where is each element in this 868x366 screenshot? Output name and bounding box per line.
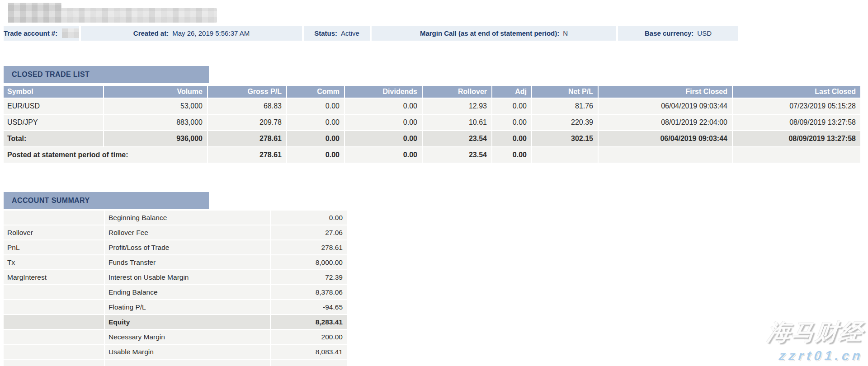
summary-code: PnL (4, 240, 104, 254)
posted-label: Posted at statement period of time: (4, 147, 207, 163)
total-rollover: 23.54 (423, 131, 491, 146)
cell-gross-pl: 68.83 (208, 99, 286, 114)
account-summary-table: Beginning Balance 0.00 Rollover Rollover… (3, 210, 348, 366)
summary-code: Rollover (4, 225, 104, 239)
info-field-created-at: Created at: May 26, 2019 5:56:37 AM (81, 26, 302, 41)
table-row: EUR/USD 53,000 68.83 0.00 0.00 12.93 0.0… (4, 99, 860, 114)
cell-dividends: 0.00 (345, 99, 422, 114)
total-dividends: 0.00 (345, 131, 422, 146)
summary-code (4, 300, 104, 314)
account-info-bar: Trade account #: Created at: May 26, 201… (4, 26, 738, 41)
status-label: Status: (314, 26, 337, 41)
col-header-gross-pl: Gross P/L (208, 86, 286, 98)
clipped-row (4, 360, 347, 366)
watermark: 海马财经 zzrt01.cn (768, 317, 863, 363)
watermark-chinese-text: 海马财经 (766, 317, 865, 347)
total-label: Total: (4, 131, 103, 146)
cell-first-closed: 06/04/2019 09:03:44 (599, 99, 732, 114)
posted-gross-pl: 278.61 (208, 147, 286, 163)
list-item: MargInterest Interest on Usable Margin 7… (4, 270, 347, 284)
summary-label: Funds Transfer (105, 255, 270, 269)
status-value: Active (341, 26, 359, 41)
summary-label: Equity (105, 315, 270, 329)
summary-code (4, 345, 104, 359)
col-header-symbol: Symbol (4, 86, 103, 98)
cell-last-closed: 08/09/2019 13:27:58 (733, 115, 860, 130)
summary-code: MargInterest (4, 270, 104, 284)
base-currency-label: Base currency: (645, 26, 693, 41)
cell-net-pl: 220.39 (532, 115, 598, 130)
total-gross-pl: 278.61 (208, 131, 286, 146)
summary-code: Tx (4, 255, 104, 269)
cell-comm: 0.00 (287, 99, 344, 114)
list-item: PnL Profit/Loss of Trade 278.61 (4, 240, 347, 254)
summary-value: 8,083.41 (271, 345, 347, 359)
summary-label: Beginning Balance (105, 211, 270, 225)
summary-label: Rollover Fee (105, 225, 270, 239)
table-row: USD/JPY 883,000 209.78 0.00 0.00 10.61 0… (4, 115, 860, 130)
cell-first-closed: 08/01/2019 22:04:00 (599, 115, 732, 130)
summary-value: 8,283.41 (271, 315, 347, 329)
summary-value: 8,378.06 (271, 285, 347, 299)
posted-dividends: 0.00 (345, 147, 422, 163)
margin-call-value: N (563, 26, 568, 41)
total-last-closed: 08/09/2019 13:27:58 (733, 131, 860, 146)
total-first-closed: 06/04/2019 09:03:44 (599, 131, 732, 146)
summary-code (4, 315, 104, 329)
cell-gross-pl: 209.78 (208, 115, 286, 130)
info-field-trade-account: Trade account #: (4, 26, 79, 41)
created-at-value: May 26, 2019 5:56:37 AM (172, 26, 250, 41)
summary-label: Usable Margin (105, 345, 270, 359)
trade-account-label: Trade account #: (4, 26, 57, 41)
posted-comm: 0.00 (287, 147, 344, 163)
summary-label: Ending Balance (105, 285, 270, 299)
cell-dividends: 0.00 (345, 115, 422, 130)
info-field-status: Status: Active (304, 26, 370, 41)
summary-value: 8,000.00 (271, 255, 347, 269)
summary-label: Profit/Loss of Trade (105, 240, 270, 254)
posted-net-pl (532, 147, 598, 163)
closed-trade-list-section: CLOSED TRADE LIST Symbol Volume Gross P/… (4, 66, 861, 164)
cell-volume: 53,000 (104, 99, 207, 114)
closed-trade-list-title: CLOSED TRADE LIST (4, 66, 209, 83)
summary-value: 72.39 (271, 270, 347, 284)
redacted-account-number (62, 28, 79, 38)
cell-symbol: EUR/USD (4, 99, 103, 114)
total-volume: 936,000 (104, 131, 207, 146)
equity-row: Equity 8,283.41 (4, 315, 347, 329)
statement-page: Trade account #: Created at: May 26, 201… (0, 0, 868, 366)
col-header-net-pl: Net P/L (532, 86, 598, 98)
summary-code (4, 211, 104, 225)
col-header-comm: Comm (287, 86, 344, 98)
total-row: Total: 936,000 278.61 0.00 0.00 23.54 0.… (4, 131, 860, 146)
list-item: Beginning Balance 0.00 (4, 211, 347, 225)
summary-code (4, 285, 104, 299)
redacted-report-title (8, 8, 217, 23)
col-header-last-closed: Last Closed (733, 86, 860, 98)
list-item: Necessary Margin 200.00 (4, 330, 347, 344)
col-header-dividends: Dividends (345, 86, 422, 98)
col-header-volume: Volume (104, 86, 207, 98)
cell-rollover: 10.61 (423, 115, 491, 130)
col-header-first-closed: First Closed (599, 86, 732, 98)
margin-call-label: Margin Call (as at end of statement peri… (420, 26, 559, 41)
cell-rollover: 12.93 (423, 99, 491, 114)
posted-adj: 0.00 (492, 147, 531, 163)
summary-label: Floating P/L (105, 300, 270, 314)
list-item: Rollover Rollover Fee 27.06 (4, 225, 347, 239)
watermark-site-text: zzrt01.cn (767, 348, 864, 363)
cell-symbol: USD/JPY (4, 115, 103, 130)
closed-trade-table: Symbol Volume Gross P/L Comm Dividends R… (3, 85, 861, 164)
summary-value: -94.65 (271, 300, 347, 314)
summary-label: Necessary Margin (105, 330, 270, 344)
list-item: Floating P/L -94.65 (4, 300, 347, 314)
info-field-base-currency: Base currency: USD (618, 26, 738, 41)
posted-first-closed (599, 147, 732, 163)
created-at-label: Created at: (133, 26, 169, 41)
total-net-pl: 302.15 (532, 131, 598, 146)
summary-value: 278.61 (271, 240, 347, 254)
posted-row: Posted at statement period of time: 278.… (4, 147, 860, 163)
total-comm: 0.00 (287, 131, 344, 146)
summary-value: 0.00 (271, 211, 347, 225)
col-header-rollover: Rollover (423, 86, 491, 98)
